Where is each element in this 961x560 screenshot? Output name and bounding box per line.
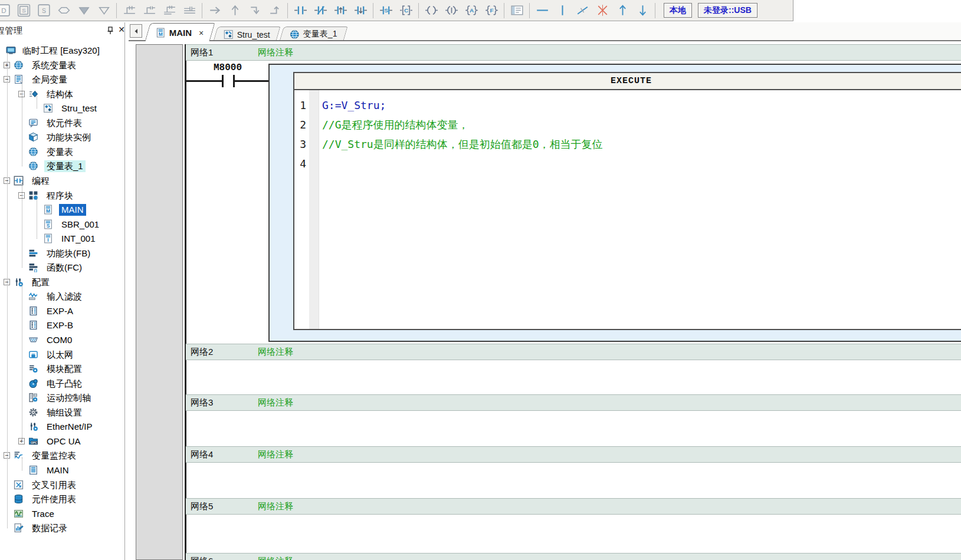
close-icon[interactable]: ✕: [117, 25, 125, 35]
rung-insert-icon[interactable]: [159, 2, 179, 19]
tree-item-EXP-A[interactable]: EXP-A: [0, 305, 124, 318]
tree-item-交叉引用表[interactable]: 交叉引用表: [0, 479, 124, 492]
ladder-power-rail: [185, 44, 186, 560]
contact-falling-icon[interactable]: [350, 2, 370, 19]
box-s-double-icon[interactable]: S: [14, 2, 34, 19]
structured-text-editor[interactable]: 1234 G:=V_Stru;//G是程序使用的结构体变量，//V_Stru是同…: [294, 90, 961, 329]
tree-item-功能块-FB-[interactable]: 功能块(FB): [0, 247, 124, 260]
coil-out-icon[interactable]: [421, 2, 441, 19]
tab-MAIN[interactable]: MMAIN×: [145, 23, 215, 41]
tree-item-OPC-UA[interactable]: +OPCOPC UA: [0, 435, 124, 448]
network-header-4[interactable]: 网络4网络注释: [186, 446, 961, 463]
tree-item-元件使用表[interactable]: 元件使用表: [0, 493, 124, 506]
triangle-down-filled-icon[interactable]: [74, 2, 94, 19]
tree-item-函数-FC-[interactable]: ()函数(FC): [0, 261, 124, 274]
tree-item-MAIN[interactable]: MAIN: [0, 464, 124, 477]
tree-item-配置[interactable]: −配置: [0, 276, 124, 289]
function-block-frame[interactable]: EXECUTE 1234 G:=V_Stru;//G是程序使用的结构体变量，//…: [268, 64, 961, 342]
coil-a-icon[interactable]: A: [461, 2, 481, 19]
delete-x-icon[interactable]: [592, 2, 612, 19]
network-comment[interactable]: 网络注释: [258, 501, 293, 512]
login-status-button[interactable]: 未登录::USB: [698, 3, 757, 18]
tree-item-以太网[interactable]: 以太网: [0, 348, 124, 361]
tree-item-变量表[interactable]: 变量表: [0, 146, 124, 159]
code-line[interactable]: //G是程序使用的结构体变量，: [322, 115, 961, 134]
move-down-icon[interactable]: [632, 2, 652, 19]
tree-item-Trace[interactable]: Trace: [0, 508, 124, 521]
tree-item-临时工程-Easy320-[interactable]: 临时工程 [Easy320]: [0, 44, 124, 57]
code-line[interactable]: [322, 154, 961, 173]
ladder-editor-canvas[interactable]: 网络1网络注释网络2网络注释网络3网络注释网络4网络注释网络5网络注释网络6网络…: [129, 41, 961, 560]
tree-item-EXP-B[interactable]: EXP-B: [0, 319, 124, 332]
tab-变量表_1[interactable]: 变量表_1: [279, 27, 347, 41]
tree-item-系统变量表[interactable]: +系统变量表: [0, 59, 124, 72]
instruction-list-icon[interactable]: [507, 2, 527, 19]
box-s-icon[interactable]: S: [34, 2, 54, 19]
network-header-5[interactable]: 网络5网络注释: [186, 498, 961, 515]
triangle-down-outline-icon[interactable]: [94, 2, 114, 19]
contact-nc-icon[interactable]: [310, 2, 330, 19]
tree-item-MAIN[interactable]: MMAIN: [0, 203, 124, 216]
draw-vline-icon[interactable]: [552, 2, 572, 19]
tree-item-变量监控表[interactable]: −变量监控表: [0, 449, 124, 462]
tree-item-软元件表[interactable]: 软元件表: [0, 117, 124, 130]
arrow-right-icon[interactable]: [205, 2, 225, 19]
network-comment[interactable]: 网络注释: [258, 47, 293, 58]
tab-scroll-left-button[interactable]: [130, 24, 142, 38]
delete-line-icon[interactable]: [572, 2, 592, 19]
network-header-6[interactable]: 网络6网络注释: [186, 553, 961, 560]
tree-item-数据记录[interactable]: 数据记录: [0, 522, 124, 535]
project-panel-title: 程管理: [0, 25, 22, 37]
coil-not-icon[interactable]: [441, 2, 461, 19]
contact-operand-label[interactable]: M8000: [210, 62, 245, 73]
network-comment[interactable]: 网络注释: [258, 347, 293, 358]
tree-item-输入滤波[interactable]: 输入滤波: [0, 290, 124, 303]
tree-item-全局变量[interactable]: −全局变量: [0, 73, 124, 86]
local-mode-button[interactable]: 本地: [664, 3, 692, 18]
contact-rising-icon[interactable]: [330, 2, 350, 19]
rung-add-above-icon[interactable]: [119, 2, 139, 19]
tree-item-COM0[interactable]: COM0: [0, 334, 124, 347]
tree-item-模块配置[interactable]: 模块配置: [0, 363, 124, 375]
tree-item-轴组设置[interactable]: 轴组设置: [0, 406, 124, 419]
network-comment[interactable]: 网络注释: [258, 449, 293, 460]
tab-Stru_test[interactable]: Stru_test: [213, 27, 280, 41]
pin-icon[interactable]: [106, 26, 115, 35]
tree-item-功能块实例[interactable]: 功能块实例: [0, 131, 124, 144]
hex-arrow-icon[interactable]: [54, 2, 74, 19]
tree-item-结构体[interactable]: −结构体: [0, 88, 124, 101]
arrow-corner-up-icon[interactable]: [265, 2, 285, 19]
move-up-icon[interactable]: [612, 2, 632, 19]
tree-item-SBR_001[interactable]: SSBR_001: [0, 218, 124, 231]
code-line[interactable]: G:=V_Stru;: [322, 95, 961, 115]
arrow-corner-down-icon[interactable]: [245, 2, 265, 19]
contact-symbol[interactable]: [222, 75, 224, 87]
network-comment[interactable]: 网络注释: [258, 397, 293, 409]
tree-item-电子凸轮[interactable]: 电子凸轮: [0, 377, 124, 390]
network-header-2[interactable]: 网络2网络注释: [186, 344, 961, 360]
network-comment[interactable]: 网络注释: [258, 556, 293, 560]
contact-no-icon[interactable]: [290, 2, 310, 19]
box-d-icon[interactable]: D: [0, 2, 14, 19]
arrow-up-icon[interactable]: [225, 2, 245, 19]
execute-block[interactable]: EXECUTE 1234 G:=V_Stru;//G是程序使用的结构体变量，//…: [293, 72, 961, 330]
tree-item-运动控制轴[interactable]: 运动控制轴: [0, 391, 124, 404]
coil-c-icon[interactable]: C: [396, 2, 416, 19]
tree-item-INT_001[interactable]: IINT_001: [0, 232, 124, 245]
code-area[interactable]: G:=V_Stru;//G是程序使用的结构体变量，//V_Stru是同样的结构体…: [319, 90, 961, 329]
code-line[interactable]: //V_Stru是同样的结构体，但是初始值都是0，相当于复位: [322, 134, 961, 154]
tree-item-label: 变量表: [44, 146, 76, 158]
contact-set-icon[interactable]: S: [376, 2, 396, 19]
rung-add-below-icon[interactable]: [139, 2, 159, 19]
tree-item-编程[interactable]: −编程: [0, 174, 124, 187]
coil-f-icon[interactable]: F: [481, 2, 501, 19]
tree-item-变量表_1[interactable]: 变量表_1: [0, 160, 124, 173]
draw-hline-icon[interactable]: [532, 2, 552, 19]
network-header-3[interactable]: 网络3网络注释: [186, 394, 961, 411]
tree-item-Stru_test[interactable]: Stru_test: [0, 102, 124, 115]
rung-append-icon[interactable]: [179, 2, 199, 19]
network-header-1[interactable]: 网络1网络注释: [186, 44, 961, 61]
tree-item-EtherNet-IP[interactable]: EtherNet/IP: [0, 420, 124, 433]
tree-item-程序块[interactable]: −程序块: [0, 189, 124, 202]
tab-close-icon[interactable]: ×: [199, 28, 204, 37]
